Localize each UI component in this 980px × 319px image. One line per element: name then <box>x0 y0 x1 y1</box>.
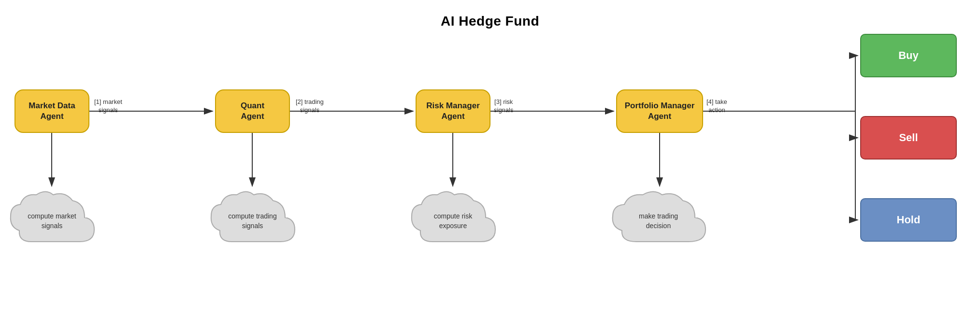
arrows-overlay <box>0 0 980 319</box>
cloud-risk-exposure-text: compute risk exposure <box>434 212 472 231</box>
cloud-trading-signals-text: compute trading signals <box>228 212 276 231</box>
hold-action-box: Hold <box>860 198 957 242</box>
arrow-label-1: [1] market signals <box>94 98 122 115</box>
diagram-container: AI Hedge Fund <box>0 0 980 319</box>
cloud-trading-signals: compute trading signals <box>205 186 300 256</box>
market-data-agent: Market Data Agent <box>14 89 89 133</box>
sell-action-box: Sell <box>860 116 957 160</box>
page-title: AI Hedge Fund <box>0 0 980 29</box>
cloud-market-signals-text: compute market signals <box>28 212 76 231</box>
arrow-label-2: [2] trading signals <box>296 98 324 115</box>
cloud-trading-decision-text: make trading decision <box>639 212 678 231</box>
cloud-market-signals: compute market signals <box>5 186 99 256</box>
quant-agent: Quant Agent <box>215 89 290 133</box>
risk-manager-agent: Risk Manager Agent <box>416 89 490 133</box>
cloud-trading-decision: make trading decision <box>606 186 710 256</box>
cloud-risk-exposure: compute risk exposure <box>406 186 500 256</box>
arrow-label-4: [4] take action <box>706 98 727 115</box>
buy-action-box: Buy <box>860 34 957 77</box>
arrow-label-3: [3] risk signals <box>494 98 513 115</box>
portfolio-manager-agent: Portfolio Manager Agent <box>616 89 703 133</box>
